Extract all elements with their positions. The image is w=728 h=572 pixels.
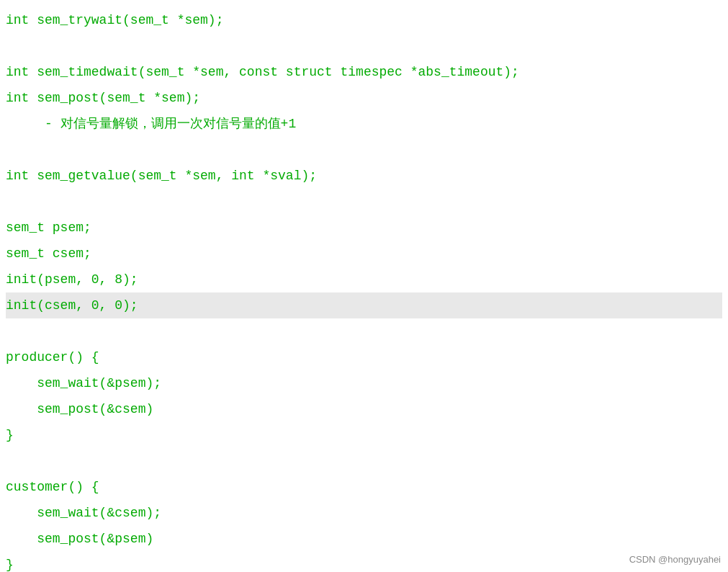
code-lines: int sem_trywait(sem_t *sem);int sem_time…	[6, 7, 722, 572]
code-line: int sem_getvalue(sem_t *sem, int *sval);	[6, 163, 722, 189]
code-line: sem_wait(&csem);	[6, 500, 722, 526]
code-line: init(csem, 0, 0);	[6, 292, 722, 318]
code-line: producer() {	[6, 344, 722, 370]
code-line: }	[6, 552, 722, 572]
code-line: sem_wait(&psem);	[6, 370, 722, 396]
code-line: int sem_post(sem_t *sem);	[6, 85, 722, 111]
code-line	[6, 318, 722, 344]
code-line: sem_t psem;	[6, 215, 722, 241]
code-line	[6, 137, 722, 163]
code-line: sem_post(&csem)	[6, 396, 722, 422]
code-line	[6, 33, 722, 59]
code-line: sem_t csem;	[6, 241, 722, 267]
code-line: sem_post(&psem)	[6, 526, 722, 552]
watermark: CSDN @hongyuyahei	[629, 554, 721, 565]
code-container: int sem_trywait(sem_t *sem);int sem_time…	[0, 0, 728, 572]
code-line: init(psem, 0, 8);	[6, 267, 722, 292]
code-line: - 对信号量解锁，调用一次对信号量的值+1	[6, 111, 722, 137]
code-line: customer() {	[6, 474, 722, 500]
code-line: int sem_timedwait(sem_t *sem, const stru…	[6, 59, 722, 85]
code-line	[6, 189, 722, 215]
code-line: }	[6, 422, 722, 448]
code-line: int sem_trywait(sem_t *sem);	[6, 7, 722, 33]
code-line	[6, 448, 722, 474]
